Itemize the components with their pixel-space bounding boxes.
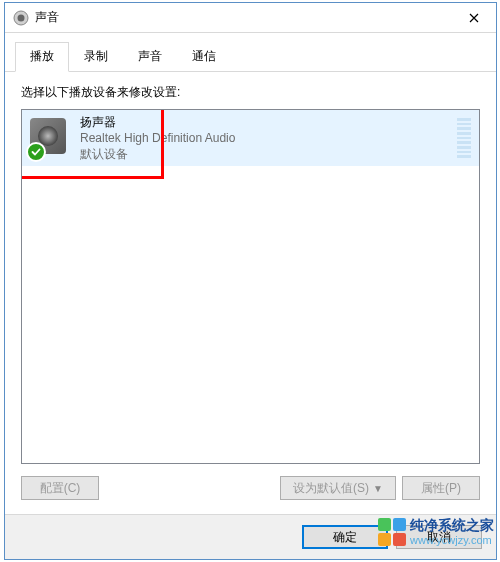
window-title: 声音 bbox=[35, 9, 451, 26]
device-name: 扬声器 bbox=[80, 114, 453, 130]
instruction-text: 选择以下播放设备来修改设置: bbox=[21, 84, 480, 101]
level-meter bbox=[457, 118, 471, 158]
device-text: 扬声器 Realtek High Definition Audio 默认设备 bbox=[80, 114, 453, 163]
close-button[interactable] bbox=[451, 3, 496, 32]
sound-dialog-icon bbox=[13, 10, 29, 26]
set-default-button[interactable]: 设为默认值(S) ▼ bbox=[280, 476, 396, 500]
ok-button[interactable]: 确定 bbox=[302, 525, 388, 549]
default-check-icon bbox=[26, 142, 46, 162]
svg-point-1 bbox=[18, 14, 25, 21]
configure-button[interactable]: 配置(C) bbox=[21, 476, 99, 500]
tab-sounds[interactable]: 声音 bbox=[123, 42, 177, 72]
device-status: 默认设备 bbox=[80, 146, 453, 162]
tab-communications[interactable]: 通信 bbox=[177, 42, 231, 72]
tab-playback[interactable]: 播放 bbox=[15, 42, 69, 72]
properties-button[interactable]: 属性(P) bbox=[402, 476, 480, 500]
titlebar: 声音 bbox=[5, 3, 496, 33]
sound-dialog: 声音 播放 录制 声音 通信 选择以下播放设备来修改设置: 扬声器 Realte… bbox=[4, 2, 497, 560]
speaker-icon bbox=[28, 116, 72, 160]
cancel-button[interactable]: 取消 bbox=[396, 525, 482, 549]
tab-recording[interactable]: 录制 bbox=[69, 42, 123, 72]
device-list[interactable]: 扬声器 Realtek High Definition Audio 默认设备 bbox=[21, 109, 480, 464]
list-buttons: 配置(C) 设为默认值(S) ▼ 属性(P) bbox=[21, 464, 480, 506]
set-default-label: 设为默认值(S) bbox=[293, 480, 369, 497]
tab-content: 选择以下播放设备来修改设置: 扬声器 Realtek High Definiti… bbox=[5, 72, 496, 514]
chevron-down-icon: ▼ bbox=[373, 483, 383, 494]
device-description: Realtek High Definition Audio bbox=[80, 130, 453, 146]
device-item-speaker[interactable]: 扬声器 Realtek High Definition Audio 默认设备 bbox=[22, 110, 479, 166]
dialog-buttons: 确定 取消 bbox=[5, 514, 496, 559]
tab-strip: 播放 录制 声音 通信 bbox=[5, 35, 496, 72]
